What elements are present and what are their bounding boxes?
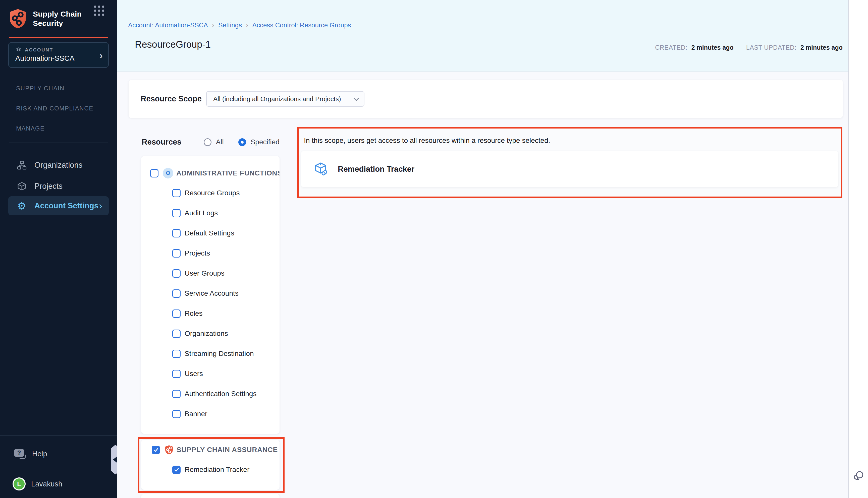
gear-icon: ⚙	[16, 200, 27, 211]
checkbox-projects[interactable]	[172, 249, 181, 258]
chevron-separator-icon: ›	[246, 21, 248, 29]
breadcrumb-resource-groups[interactable]: Access Control: Resource Groups	[252, 21, 351, 29]
radio-all-icon	[204, 138, 211, 146]
checkbox-administrative-functions[interactable]	[150, 169, 158, 178]
chevron-right-icon: ›	[99, 200, 102, 211]
brand-divider	[9, 37, 108, 38]
org-chart-icon	[16, 160, 27, 171]
checkbox-streaming-destination[interactable]	[172, 350, 181, 358]
page: Supply Chain Security ACCOUNT Automation…	[0, 0, 868, 498]
resource-item-default-settings: Default Settings	[172, 228, 280, 238]
breadcrumb-account[interactable]: Account: Automation-SSCA	[128, 21, 208, 29]
last-updated-label: LAST UPDATED:	[746, 44, 796, 51]
created-value: 2 minutes ago	[691, 44, 734, 51]
radio-all[interactable]: All	[204, 138, 224, 146]
resource-item-audit-logs: Audit Logs	[172, 208, 280, 218]
help-label: Help	[32, 450, 47, 458]
page-header: Account: Automation-SSCA › Settings › Ac…	[117, 0, 848, 72]
meta-divider	[740, 43, 740, 52]
resource-item-user-groups: User Groups	[172, 268, 280, 279]
resource-scope-select[interactable]: All (including all Organizations and Pro…	[206, 91, 364, 107]
resource-item-organizations: Organizations	[172, 328, 280, 339]
supply-chain-assurance-card: SUPPLY CHAIN ASSURANCE Remediation Track…	[141, 440, 280, 490]
created-label: CREATED:	[655, 44, 687, 51]
next-section-card-partial	[141, 494, 280, 498]
radio-all-label: All	[216, 138, 224, 146]
supply-chain-assurance-icon	[165, 445, 173, 455]
checkbox-service-accounts[interactable]	[172, 289, 181, 298]
radio-specified-icon	[238, 138, 246, 146]
sidebar-footer-divider	[0, 435, 117, 435]
resources-header-row: Resources All Specified	[142, 135, 280, 149]
avatar: L	[13, 477, 26, 490]
radio-specified-label: Specified	[251, 138, 280, 146]
sidebar-item-label: Account Settings	[35, 201, 99, 210]
checkbox-banner[interactable]	[172, 410, 181, 418]
selected-resource-name: Remediation Tracker	[338, 165, 414, 174]
resource-item-banner: Banner	[172, 409, 280, 419]
annotation-box-scope-detail: In this scope, users get access to all r…	[297, 127, 842, 198]
checkbox-supply-chain-assurance[interactable]	[152, 446, 160, 454]
section-administrative-functions: ⚙ ADMINISTRATIVE FUNCTIONS	[150, 168, 280, 179]
resource-scope-label: Resource Scope	[141, 94, 202, 103]
checkbox-audit-logs[interactable]	[172, 209, 181, 218]
remediation-tracker-icon	[314, 162, 328, 176]
sidebar: Supply Chain Security ACCOUNT Automation…	[0, 0, 117, 498]
resource-item-users: Users	[172, 368, 280, 379]
checkbox-users[interactable]	[172, 370, 181, 378]
resources-heading: Resources	[142, 137, 182, 147]
help-button[interactable]: ? Help	[14, 449, 47, 459]
sidebar-section-risk-and-compliance[interactable]: RISK AND COMPLIANCE	[16, 105, 93, 112]
last-updated-value: 2 minutes ago	[801, 44, 843, 51]
section-label: SUPPLY CHAIN ASSURANCE	[177, 446, 278, 454]
radio-specified[interactable]: Specified	[238, 138, 280, 146]
resource-item-streaming-destination: Streaming Destination	[172, 349, 280, 359]
checkbox-resource-groups[interactable]	[172, 189, 181, 197]
app-switcher-icon[interactable]	[94, 5, 104, 16]
sidebar-item-organizations[interactable]: Organizations	[8, 156, 109, 175]
sidebar-item-account-settings[interactable]: ⚙ Account Settings ›	[8, 196, 109, 215]
sidebar-item-projects[interactable]: Projects	[8, 177, 109, 196]
account-label: ACCOUNT	[25, 47, 53, 53]
resource-item-roles: Roles	[172, 308, 280, 319]
resource-item-remediation-tracker: Remediation Tracker	[172, 464, 280, 475]
support-chat-icon[interactable]	[852, 470, 865, 482]
annotation-box-supply-chain-assurance: SUPPLY CHAIN ASSURANCE Remediation Track…	[138, 437, 285, 493]
user-menu[interactable]: L Lavakush	[13, 477, 62, 490]
breadcrumb-settings[interactable]: Settings	[218, 21, 242, 29]
sidebar-divider	[9, 143, 108, 143]
resource-item-resource-groups: Resource Groups	[172, 188, 280, 198]
checkbox-authentication-settings[interactable]	[172, 390, 181, 398]
breadcrumb: Account: Automation-SSCA › Settings › Ac…	[128, 21, 351, 29]
scope-note: In this scope, users get access to all r…	[304, 136, 841, 145]
section-supply-chain-assurance: SUPPLY CHAIN ASSURANCE	[152, 444, 280, 455]
resource-item-service-accounts: Service Accounts	[172, 288, 280, 299]
account-name: Automation-SSCA	[15, 54, 103, 63]
chevron-down-icon	[354, 96, 359, 101]
sidebar-section-supply-chain[interactable]: SUPPLY CHAIN	[16, 85, 65, 92]
chevron-right-icon: ›	[100, 51, 103, 60]
resource-scope-card: Resource Scope All (including all Organi…	[129, 80, 843, 118]
checkbox-user-groups[interactable]	[172, 269, 181, 278]
timestamps: CREATED: 2 minutes ago LAST UPDATED: 2 m…	[655, 43, 843, 52]
checkbox-roles[interactable]	[172, 310, 181, 318]
sidebar-item-label: Projects	[35, 182, 63, 191]
checkbox-organizations[interactable]	[172, 330, 181, 338]
section-label: ADMINISTRATIVE FUNCTIONS	[176, 169, 280, 177]
app-title: Supply Chain Security	[33, 9, 82, 28]
user-name: Lavakush	[31, 480, 62, 488]
sidebar-item-label: Organizations	[35, 161, 82, 170]
sidebar-section-manage[interactable]: MANAGE	[16, 125, 45, 132]
resource-scope-value: All (including all Organizations and Pro…	[213, 95, 341, 103]
resource-types-card: ⚙ ADMINISTRATIVE FUNCTIONS Resource Grou…	[141, 156, 280, 434]
selected-resource-card: Remediation Tracker	[301, 151, 838, 187]
layers-icon	[15, 47, 22, 53]
page-title: ResourceGroup-1	[135, 39, 211, 50]
resource-item-projects: Projects	[172, 248, 280, 259]
checkbox-remediation-tracker[interactable]	[172, 466, 181, 474]
administrative-functions-icon: ⚙	[163, 168, 173, 179]
right-rail	[848, 0, 868, 498]
checkbox-default-settings[interactable]	[172, 229, 181, 237]
account-selector[interactable]: ACCOUNT Automation-SSCA ›	[8, 42, 109, 68]
main-content: Account: Automation-SSCA › Settings › Ac…	[117, 0, 848, 498]
